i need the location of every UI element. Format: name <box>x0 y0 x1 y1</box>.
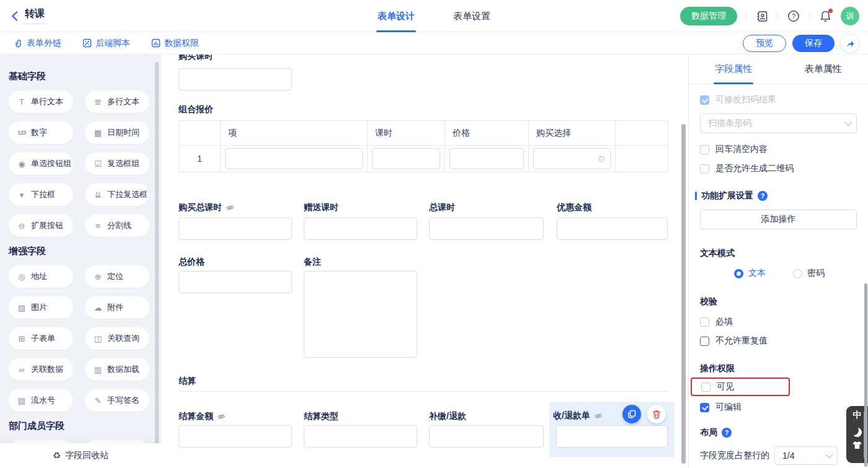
table-header-hours: 课时 <box>368 121 445 146</box>
share-button[interactable] <box>841 34 859 53</box>
tab-form-properties[interactable]: 表单属性 <box>779 55 868 84</box>
palette-item-label: 地址 <box>31 271 47 282</box>
field-textarea[interactable] <box>304 271 417 358</box>
palette-item-linked-query[interactable]: ◫关联查询 <box>85 327 149 350</box>
palette-item-linked-data[interactable]: ∞关联数据 <box>9 358 73 381</box>
palette-item-address[interactable]: ◎地址 <box>9 265 73 288</box>
palette-item-radio-group[interactable]: ◉单选按钮组 <box>9 152 73 175</box>
radio-icon[interactable] <box>793 269 802 278</box>
palette-item-checkbox-group[interactable]: ☑复选框组 <box>85 152 149 175</box>
field-input[interactable] <box>179 271 292 293</box>
field-input[interactable] <box>429 218 544 240</box>
field-recycle-bin-button[interactable]: ♻ 字段回收站 <box>0 443 161 468</box>
editable-option[interactable]: 可编辑 <box>700 402 857 413</box>
palette-item-label: 图片 <box>31 302 47 313</box>
text-mode-header: 文本模式 <box>700 248 857 259</box>
cell-input[interactable] <box>225 148 363 169</box>
language-toggle-icon[interactable]: 中 <box>853 410 862 420</box>
palette-item-signature[interactable]: ✎手写签名 <box>85 389 149 412</box>
help-circle-icon[interactable]: ? <box>722 428 732 438</box>
panel-scrollbar[interactable] <box>864 283 867 467</box>
field-input[interactable] <box>304 425 417 448</box>
radio-password-mode[interactable]: 密码 <box>793 268 825 279</box>
width-label: 字段宽度占整行的 <box>700 450 769 461</box>
field-input[interactable] <box>179 425 292 448</box>
cell-input[interactable] <box>450 148 524 169</box>
divider <box>777 11 778 21</box>
palette-item-multi-text[interactable]: ≣多行文本 <box>85 91 149 113</box>
radio-icon[interactable] <box>734 269 743 278</box>
sidebar-scrollbar[interactable] <box>155 62 159 468</box>
palette-item-geolocation[interactable]: ⊕定位 <box>85 265 149 288</box>
palette-item-multi-dropdown[interactable]: ⇊下拉复选框 <box>85 183 149 206</box>
backend-script-button[interactable]: 后端脚本 <box>82 38 130 49</box>
checkbox-scan-result[interactable] <box>700 95 709 105</box>
data-permission-button[interactable]: 数据权限 <box>151 38 199 49</box>
moon-icon[interactable] <box>852 428 862 437</box>
palette-item-number[interactable]: 123数字 <box>9 121 73 144</box>
checkbox-qrcode[interactable] <box>700 164 709 174</box>
field-palette-sidebar: 基础字段 T单行文本 ≣多行文本 123数字 ▦日期时间 ◉单选按钮组 ☑复选框… <box>0 55 161 468</box>
back-button[interactable]: 转课 <box>11 7 46 24</box>
data-manage-button[interactable]: 数据管理 <box>680 7 737 25</box>
cell-input[interactable]: ⊙ <box>533 148 611 169</box>
field-width-select[interactable]: 1/4 <box>774 446 838 465</box>
scan-result-option[interactable]: 可修改扫码结果 <box>700 94 857 105</box>
no-duplicate-option[interactable]: 不允许重复值 <box>700 335 857 347</box>
table-header-extra <box>616 121 668 146</box>
avatar[interactable]: 训 <box>841 7 859 25</box>
checkbox-enter-clear[interactable] <box>700 145 709 154</box>
tab-field-properties[interactable]: 字段属性 <box>689 55 779 84</box>
help-icon[interactable]: ? <box>787 9 800 23</box>
table-cell-extra <box>616 146 668 172</box>
add-action-button[interactable]: 添加操作 <box>700 210 857 229</box>
palette-item-dropdown[interactable]: ▾下拉框 <box>9 183 73 206</box>
field-input[interactable] <box>429 425 544 448</box>
radio-text-mode[interactable]: 文本 <box>734 268 766 279</box>
palette-item-single-text[interactable]: T单行文本 <box>9 91 73 113</box>
palette-item-datetime[interactable]: ▦日期时间 <box>85 121 149 144</box>
palette-item-extend-button[interactable]: ⊖扩展按钮 <box>9 214 73 237</box>
canvas-scrollbar[interactable] <box>681 124 686 464</box>
contact-book-icon[interactable] <box>755 9 769 23</box>
palette-item-data-load[interactable]: ▥数据加载 <box>85 358 149 381</box>
palette-item-divider-line[interactable]: ≡分割线 <box>85 214 149 237</box>
required-option[interactable]: 必填 <box>700 316 857 327</box>
visible-option[interactable]: 可见 <box>701 381 734 392</box>
qrcode-option[interactable]: 是否允许生成二维码 <box>700 163 857 174</box>
image-icon: ▨ <box>17 303 27 312</box>
section-title: 操作权限 <box>700 363 735 374</box>
field-input[interactable] <box>557 218 668 240</box>
cell-input[interactable] <box>372 148 440 169</box>
preview-button[interactable]: 预览 <box>743 35 786 52</box>
annotation-highlight: 可见 <box>691 377 790 396</box>
field-input[interactable] <box>179 218 292 240</box>
delete-field-button[interactable] <box>647 405 666 423</box>
palette-item-image[interactable]: ▨图片 <box>9 296 73 319</box>
tab-form-design[interactable]: 表单设计 <box>378 0 415 32</box>
help-circle-icon[interactable]: ? <box>758 191 768 201</box>
copy-field-button[interactable] <box>622 405 641 423</box>
field-input[interactable] <box>556 425 668 448</box>
save-button[interactable]: 保存 <box>792 35 835 52</box>
field-input[interactable] <box>304 218 417 240</box>
scan-mode-select[interactable]: 扫描条形码 <box>700 113 857 133</box>
palette-item-serial-number[interactable]: ▤流水号 <box>9 389 73 412</box>
tab-form-settings[interactable]: 表单设置 <box>453 0 490 32</box>
checkbox-required[interactable] <box>700 317 709 327</box>
tshirt-icon[interactable] <box>852 441 862 449</box>
checkbox-no-duplicate[interactable] <box>700 337 709 346</box>
enter-clear-option[interactable]: 回车清空内容 <box>700 144 857 155</box>
palette-item-subform[interactable]: ⊞子表单 <box>9 327 73 350</box>
checkbox-editable[interactable] <box>700 403 709 412</box>
pen-icon: ✎ <box>93 396 103 405</box>
field-label: 总价格 <box>179 257 205 268</box>
checkbox-visible[interactable] <box>701 382 711 392</box>
form-external-link-button[interactable]: 表单外链 <box>14 38 61 49</box>
back-chevron-icon <box>11 11 18 21</box>
bell-icon[interactable] <box>818 9 832 23</box>
radio-label: 密码 <box>807 268 825 279</box>
selected-field-receipt[interactable]: 收/退款单 <box>549 402 675 457</box>
palette-item-attachment[interactable]: ☁附件 <box>85 296 149 319</box>
field-input[interactable] <box>179 68 292 91</box>
